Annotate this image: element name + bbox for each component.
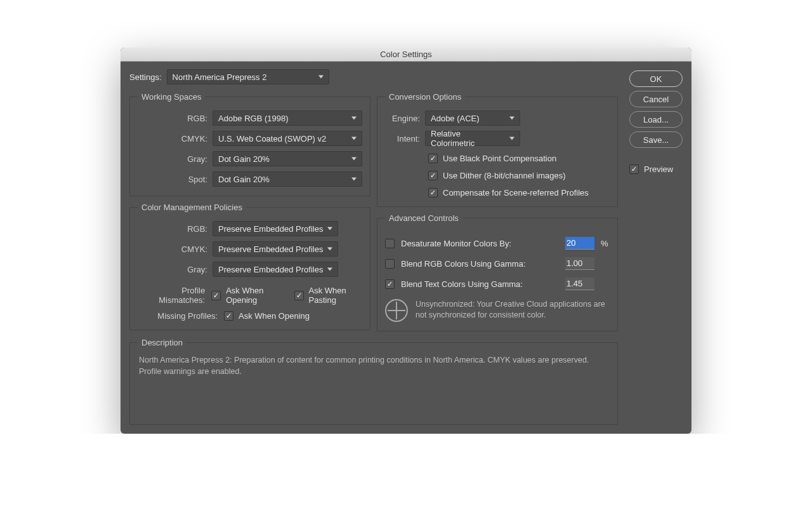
save-button[interactable]: Save... [629, 131, 683, 148]
scene-checkbox[interactable] [428, 188, 438, 197]
load-button[interactable]: Load... [629, 111, 683, 128]
settings-value: North America Prepress 2 [173, 72, 267, 82]
blend-rgb-input[interactable] [565, 257, 594, 270]
ws-cmyk-value: U.S. Web Coated (SWOP) v2 [218, 134, 326, 144]
intent-value: Relative Colorimetric [431, 129, 506, 148]
ok-button[interactable]: OK [629, 70, 683, 87]
mismatch-open-checkbox[interactable] [211, 291, 221, 300]
preview-checkbox[interactable] [629, 164, 639, 174]
blend-rgb-checkbox[interactable] [385, 259, 395, 269]
blend-text-input[interactable] [565, 277, 594, 290]
settings-label: Settings: [129, 72, 162, 82]
desat-label: Desaturate Monitor Colors By: [401, 239, 559, 248]
working-spaces-legend: Working Spaces [138, 92, 205, 102]
columns: Working Spaces RGB: Adobe RGB (1998) CMY… [129, 92, 618, 331]
title-text: Color Settings [380, 50, 432, 59]
sync-text: Unsynchronized: Your Creative Cloud appl… [416, 299, 610, 321]
blend-text-label: Blend Text Colors Using Gamma: [401, 279, 559, 289]
advanced-group: Advanced Controls Desaturate Monitor Col… [377, 213, 618, 331]
ws-spot-value: Dot Gain 20% [218, 175, 270, 184]
bpc-label: Use Black Point Compensation [443, 154, 556, 163]
mismatch-block: Profile Mismatches: Ask When Opening Ask… [138, 286, 362, 321]
desat-input[interactable] [565, 237, 594, 250]
pol-gray-value: Preserve Embedded Profiles [218, 265, 323, 274]
ws-spot-select[interactable]: Dot Gain 20% [213, 171, 362, 187]
ws-rgb-value: Adobe RGB (1998) [218, 114, 289, 123]
conversion-group: Conversion Options Engine: Adobe (ACE) I… [377, 92, 618, 207]
ws-rgb-select[interactable]: Adobe RGB (1998) [213, 110, 362, 126]
working-spaces-group: Working Spaces RGB: Adobe RGB (1998) CMY… [129, 92, 370, 196]
dither-checkbox[interactable] [428, 171, 438, 180]
engine-select[interactable]: Adobe (ACE) [425, 110, 520, 126]
ws-spot-label: Spot: [138, 175, 207, 184]
settings-select[interactable]: North America Prepress 2 [167, 69, 329, 84]
ws-gray-label: Gray: [138, 154, 207, 164]
settings-row: Settings: North America Prepress 2 [129, 69, 618, 84]
description-group: Description North America Prepress 2: Pr… [129, 338, 618, 425]
dialog-content: Settings: North America Prepress 2 Worki… [121, 62, 691, 434]
advanced-legend: Advanced Controls [385, 213, 462, 223]
window-title: Color Settings [121, 48, 691, 62]
pol-cmyk-select[interactable]: Preserve Embedded Profiles [213, 241, 338, 257]
mismatch-paste-checkbox[interactable] [294, 291, 304, 300]
blend-rgb-label: Blend RGB Colors Using Gamma: [401, 259, 559, 269]
policies-legend: Color Management Policies [138, 203, 246, 212]
mismatch-paste-label: Ask When Pasting [309, 286, 363, 305]
color-settings-dialog: Color Settings Settings: North America P… [121, 48, 691, 434]
engine-label: Engine: [385, 114, 420, 123]
missing-label: Missing Profiles: [138, 311, 218, 321]
preview-label: Preview [644, 164, 673, 174]
desat-unit: % [601, 239, 610, 248]
pol-rgb-value: Preserve Embedded Profiles [218, 224, 323, 234]
sync-row: Unsynchronized: Your Creative Cloud appl… [385, 299, 610, 322]
policies-group: Color Management Policies RGB: Preserve … [129, 203, 370, 330]
dither-label: Use Dither (8-bit/channel images) [443, 171, 566, 180]
mismatch-label: Profile Mismatches: [138, 286, 205, 305]
pol-cmyk-label: CMYK: [138, 244, 207, 254]
mismatch-open-label: Ask When Opening [226, 286, 282, 305]
left-column: Working Spaces RGB: Adobe RGB (1998) CMY… [129, 92, 370, 331]
intent-select[interactable]: Relative Colorimetric [425, 131, 520, 146]
pol-gray-select[interactable]: Preserve Embedded Profiles [213, 262, 338, 277]
ws-rgb-label: RGB: [138, 114, 207, 123]
pol-gray-label: Gray: [138, 265, 207, 274]
ws-cmyk-select[interactable]: U.S. Web Coated (SWOP) v2 [213, 131, 362, 146]
conversion-legend: Conversion Options [385, 92, 465, 102]
ws-gray-value: Dot Gain 20% [218, 154, 270, 164]
description-text: North America Prepress 2: Preparation of… [138, 354, 610, 415]
ws-gray-select[interactable]: Dot Gain 20% [213, 151, 362, 166]
pol-rgb-select[interactable]: Preserve Embedded Profiles [213, 221, 338, 236]
side-buttons: OK Cancel Load... Save... Preview [629, 69, 683, 425]
pol-rgb-label: RGB: [138, 224, 207, 234]
ws-cmyk-label: CMYK: [138, 134, 207, 144]
desat-checkbox[interactable] [385, 239, 395, 248]
description-legend: Description [138, 338, 187, 347]
missing-open-label: Ask When Opening [239, 311, 310, 321]
right-column: Conversion Options Engine: Adobe (ACE) I… [377, 92, 618, 331]
engine-value: Adobe (ACE) [431, 114, 480, 123]
scene-label: Compensate for Scene-referred Profiles [443, 188, 589, 197]
main-column: Settings: North America Prepress 2 Worki… [129, 69, 618, 425]
pol-cmyk-value: Preserve Embedded Profiles [218, 244, 323, 254]
unsynchronized-icon [385, 299, 408, 322]
bpc-checkbox[interactable] [428, 154, 438, 163]
cancel-button[interactable]: Cancel [629, 91, 683, 107]
intent-label: Intent: [385, 134, 420, 144]
blend-text-checkbox[interactable] [385, 279, 395, 289]
missing-open-checkbox[interactable] [224, 311, 233, 321]
